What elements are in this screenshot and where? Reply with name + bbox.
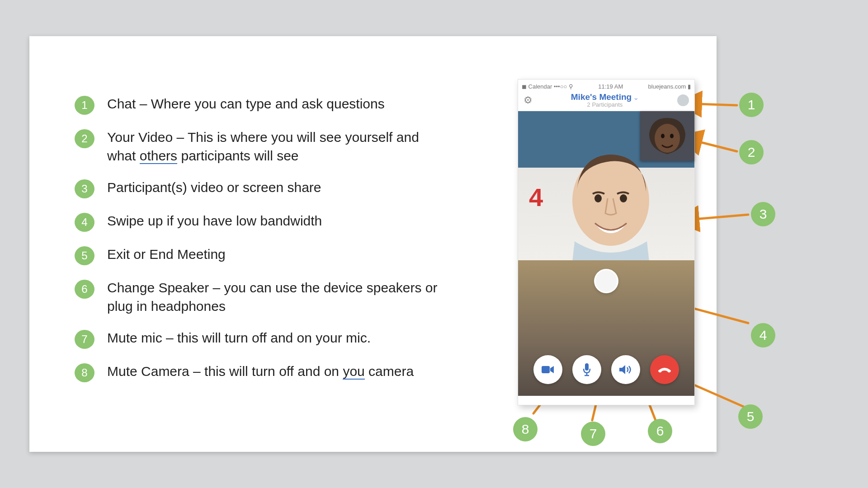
legend-badge-number: 6 (81, 283, 87, 296)
hangup-icon (657, 365, 672, 374)
legend-text-5: Exit or End Meeting (107, 245, 226, 264)
legend-badge-1: 1 (75, 96, 94, 115)
legend-underline: you (343, 364, 364, 380)
meeting-title-text: Mike's Meeting (571, 92, 632, 102)
legend-underline: others (140, 148, 177, 164)
participant-video: 4 (518, 111, 694, 260)
viewport: 1 Chat – Where you can type and ask ques… (0, 0, 868, 488)
callout-number: 3 (760, 206, 767, 222)
legend-text-span: participants will see (177, 148, 298, 163)
legend-text-6: Change Speaker – you can use the device … (107, 279, 441, 315)
mic-button[interactable] (572, 355, 601, 384)
legend-badge-2: 2 (75, 129, 94, 148)
callout-badge-4: 4 (751, 323, 775, 347)
callout-number: 4 (760, 328, 767, 343)
legend-badge-number: 5 (81, 249, 87, 262)
legend-badge-number: 4 (81, 216, 87, 229)
svg-point-13 (594, 194, 602, 202)
legend-text-8: Mute Camera – this will turn off and on … (107, 362, 414, 381)
legend-badge-number: 7 (81, 333, 87, 346)
callout-number: 1 (748, 97, 755, 113)
phone-mock: ◼ Calendar •••○○ ⚲ 11:19 AM bluejeans.co… (518, 79, 695, 405)
status-left: ◼ Calendar •••○○ ⚲ (522, 83, 573, 90)
meeting-title-block: Mike's Meeting⌄ 2 Participants (571, 92, 639, 108)
callout-badge-6: 6 (648, 419, 672, 443)
legend-row: 4 Swipe up if you have low bandwidth (75, 212, 441, 232)
svg-line-2 (695, 215, 748, 219)
callout-badge-2: 2 (739, 140, 764, 164)
legend-list: 1 Chat – Where you can type and ask ques… (75, 95, 441, 396)
mic-icon (582, 363, 591, 376)
meeting-title[interactable]: Mike's Meeting⌄ (571, 92, 639, 102)
svg-rect-15 (542, 366, 550, 373)
svg-line-1 (698, 141, 737, 151)
slide-card: 1 Chat – Where you can type and ask ques… (29, 36, 717, 452)
callout-number: 7 (590, 426, 597, 441)
svg-point-14 (620, 194, 627, 202)
legend-text-span: Exit or End Meeting (107, 247, 226, 262)
status-time: 11:19 AM (598, 83, 623, 90)
legend-badge-number: 3 (81, 183, 87, 195)
legend-text-7: Mute mic – this will turn off and on you… (107, 329, 371, 347)
legend-text-span: Swipe up if you have low bandwidth (107, 213, 322, 228)
legend-badge-number: 8 (81, 366, 87, 379)
call-controls (518, 355, 694, 384)
phone-callout-area: ◼ Calendar •••○○ ⚲ 11:19 AM bluejeans.co… (518, 79, 789, 454)
svg-rect-16 (585, 363, 589, 371)
legend-row: 2 Your Video – This is where you will se… (75, 128, 441, 165)
legend-text-2: Your Video – This is where you will see … (107, 128, 441, 165)
camera-button[interactable] (533, 355, 562, 384)
legend-text-4: Swipe up if you have low bandwidth (107, 212, 322, 230)
svg-line-0 (698, 104, 737, 105)
legend-badge-4: 4 (75, 213, 94, 232)
legend-text-span: Chat – Where you can type and ask questi… (107, 96, 385, 111)
callout-badge-7: 7 (581, 422, 605, 446)
hangup-button[interactable] (650, 355, 679, 384)
status-right: bluejeans.com ▮ (648, 83, 691, 90)
callout-number: 8 (522, 422, 529, 437)
legend-badge-6: 6 (75, 280, 94, 299)
callout-badge-3: 3 (751, 202, 775, 226)
legend-row: 1 Chat – Where you can type and ask ques… (75, 95, 441, 115)
participant-count-overlay: 4 (529, 183, 543, 212)
legend-row: 6 Change Speaker – you can use the devic… (75, 279, 441, 315)
phone-status-bar: ◼ Calendar •••○○ ⚲ 11:19 AM bluejeans.co… (518, 80, 694, 91)
callout-badge-5: 5 (738, 404, 763, 429)
legend-badge-7: 7 (75, 330, 94, 349)
chevron-down-icon: ⌄ (633, 94, 639, 101)
legend-row: 3 Participant(s) video or screen share (75, 178, 441, 198)
face-icon (557, 146, 665, 264)
legend-badge-3: 3 (75, 179, 94, 198)
callout-number: 6 (656, 423, 664, 439)
chat-icon[interactable] (677, 94, 689, 106)
svg-point-10 (661, 134, 665, 138)
lower-panel[interactable] (518, 260, 694, 396)
legend-text-span: camera (365, 364, 414, 379)
speaker-button[interactable] (611, 355, 640, 384)
callout-number: 2 (748, 145, 755, 160)
legend-badge-number: 1 (81, 99, 87, 112)
legend-badge-8: 8 (75, 363, 94, 382)
legend-row: 5 Exit or End Meeting (75, 245, 441, 265)
phone-header: ⚙ Mike's Meeting⌄ 2 Participants (518, 91, 694, 111)
legend-text-1: Chat – Where you can type and ask questi… (107, 95, 385, 113)
legend-badge-5: 5 (75, 246, 94, 265)
speaker-icon (618, 364, 633, 375)
legend-text-span: Mute Camera – this will turn off and on (107, 364, 343, 379)
gear-icon[interactable]: ⚙ (524, 94, 533, 106)
legend-text-3: Participant(s) video or screen share (107, 178, 321, 197)
camera-icon (541, 365, 555, 375)
legend-text-span: Change Speaker – you can use the device … (107, 280, 437, 314)
legend-text-span: Mute mic – this will turn off and on you… (107, 330, 371, 345)
legend-row: 8 Mute Camera – this will turn off and o… (75, 362, 441, 382)
swipe-indicator[interactable] (595, 270, 617, 292)
legend-row: 7 Mute mic – this will turn off and on y… (75, 329, 441, 349)
legend-badge-number: 2 (81, 132, 87, 145)
participant-face (557, 146, 665, 259)
legend-text-span: Participant(s) video or screen share (107, 180, 321, 195)
callout-badge-1: 1 (739, 93, 764, 117)
callout-badge-8: 8 (513, 417, 538, 441)
svg-point-11 (670, 134, 674, 138)
meeting-subtitle: 2 Participants (571, 101, 639, 108)
callout-number: 5 (747, 409, 755, 424)
